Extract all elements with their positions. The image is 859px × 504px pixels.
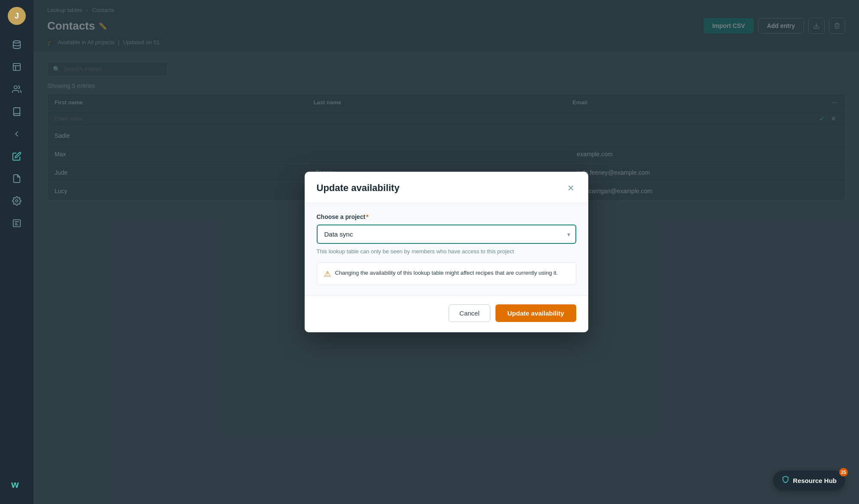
people-icon[interactable] bbox=[7, 80, 26, 99]
chart-icon[interactable] bbox=[7, 58, 26, 76]
resource-hub-icon bbox=[782, 476, 789, 485]
required-star: * bbox=[366, 213, 368, 220]
modal-close-button[interactable]: ✕ bbox=[566, 182, 576, 194]
cancel-button[interactable]: Cancel bbox=[449, 304, 490, 322]
settings-icon[interactable] bbox=[7, 191, 26, 210]
workato-logo: w bbox=[10, 477, 24, 494]
field-label: Choose a project* bbox=[317, 213, 576, 220]
resource-hub-label: Resource Hub bbox=[793, 477, 837, 484]
main-content: Lookup tables › Contacts Contacts ✏️ Imp… bbox=[34, 0, 859, 504]
svg-text:w: w bbox=[11, 479, 19, 490]
svg-point-3 bbox=[15, 200, 18, 202]
modal-body: Choose a project* Data sync All projects… bbox=[305, 203, 588, 295]
update-availability-button[interactable]: Update availability bbox=[495, 304, 576, 322]
warning-text: Changing the availability of this lookup… bbox=[335, 269, 558, 277]
project-hint-text: This lookup table can only be seen by me… bbox=[317, 248, 576, 255]
sidebar-icons bbox=[7, 35, 26, 477]
modal-title: Update availability bbox=[317, 182, 400, 194]
modal-footer: Cancel Update availability bbox=[305, 295, 588, 332]
svg-point-2 bbox=[14, 86, 17, 89]
update-availability-modal: Update availability ✕ Choose a project* … bbox=[305, 172, 588, 332]
warning-icon: ⚠ bbox=[324, 269, 331, 279]
pencil-icon[interactable] bbox=[7, 147, 26, 166]
warning-box: ⚠ Changing the availability of this look… bbox=[317, 262, 576, 285]
book-icon[interactable] bbox=[7, 102, 26, 121]
project-select[interactable]: Data sync All projects bbox=[317, 225, 576, 244]
svg-point-0 bbox=[13, 41, 21, 43]
resource-hub-badge: 25 bbox=[839, 468, 848, 477]
project-select-wrapper: Data sync All projects ▾ bbox=[317, 225, 576, 244]
file-icon[interactable] bbox=[7, 169, 26, 188]
arrow-back-icon[interactable] bbox=[7, 124, 26, 143]
docs-icon[interactable] bbox=[7, 214, 26, 233]
database-icon[interactable] bbox=[7, 35, 26, 54]
avatar[interactable]: J bbox=[8, 7, 26, 25]
resource-hub-button[interactable]: 25 Resource Hub bbox=[773, 471, 845, 490]
sidebar: J w bbox=[0, 0, 34, 504]
svg-rect-1 bbox=[13, 64, 21, 71]
modal-header: Update availability ✕ bbox=[305, 172, 588, 203]
modal-overlay[interactable]: Update availability ✕ Choose a project* … bbox=[34, 0, 859, 504]
